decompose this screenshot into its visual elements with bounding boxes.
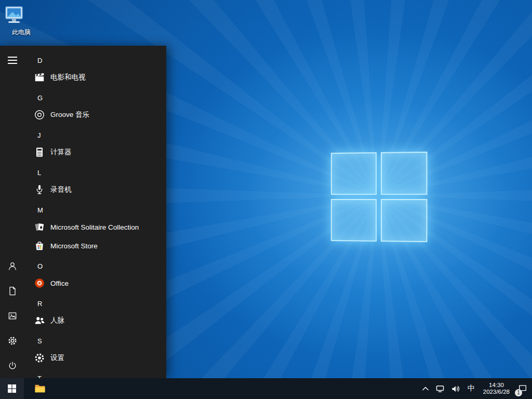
- file-explorer-button[interactable]: [28, 378, 52, 399]
- ime-indicator[interactable]: 中: [464, 378, 478, 399]
- logo-pane: [380, 152, 427, 195]
- section-letter-m[interactable]: M: [25, 202, 166, 218]
- app-label: Office: [50, 280, 69, 287]
- document-icon: [7, 286, 18, 296]
- gear-icon: [7, 336, 18, 346]
- app-label: Groove 音乐: [50, 110, 89, 119]
- section-letter-d[interactable]: D: [25, 52, 166, 68]
- desktop: 此电脑: [0, 0, 532, 399]
- settings-icon: [33, 352, 46, 364]
- app-label: Microsoft Store: [50, 242, 98, 250]
- section-letter-t[interactable]: T: [25, 370, 166, 378]
- section-letter-j[interactable]: J: [25, 127, 166, 143]
- user-icon: [7, 261, 18, 271]
- file-explorer-icon: [34, 384, 46, 393]
- app-item-settings[interactable]: 设置: [25, 349, 166, 367]
- calculator-icon: [33, 146, 46, 158]
- desktop-icon-label: 此电脑: [2, 28, 41, 37]
- logo-pane: [380, 199, 427, 242]
- action-center-button[interactable]: 1: [514, 378, 531, 399]
- app-item-voice-recorder[interactable]: 录音机: [25, 180, 166, 199]
- app-item-groove-music[interactable]: Groove 音乐: [25, 105, 166, 124]
- start-menu-app-list: D 电影和电视 G Groove 音乐 J 计算器: [25, 46, 166, 378]
- app-label: 录音机: [50, 185, 72, 194]
- chevron-up-icon: [422, 387, 429, 391]
- settings-button[interactable]: [0, 328, 25, 353]
- taskbar: 中 14:30 2023/6/28 1: [0, 378, 532, 399]
- store-icon: [33, 240, 46, 252]
- app-item-calculator[interactable]: 计算器: [25, 143, 166, 162]
- documents-button[interactable]: [0, 278, 25, 303]
- network-icon: [436, 384, 444, 393]
- ime-label: 中: [468, 384, 475, 393]
- office-icon: [33, 277, 46, 289]
- section-letter-s[interactable]: S: [25, 333, 166, 349]
- app-label: Microsoft Solitaire Collection: [50, 223, 139, 231]
- app-label: 电影和电视: [50, 73, 86, 82]
- app-item-office[interactable]: Office: [25, 274, 166, 292]
- hamburger-icon: [8, 57, 17, 64]
- start-menu: D 电影和电视 G Groove 音乐 J 计算器: [0, 46, 166, 378]
- app-item-microsoft-store[interactable]: Microsoft Store: [25, 236, 166, 255]
- power-button[interactable]: [0, 353, 25, 378]
- app-item-solitaire[interactable]: Microsoft Solitaire Collection: [25, 218, 166, 236]
- section-letter-o[interactable]: O: [25, 258, 166, 274]
- people-icon: [33, 314, 46, 327]
- system-tray: 中 14:30 2023/6/28 1: [419, 378, 532, 399]
- pictures-button[interactable]: [0, 303, 25, 328]
- logo-pane: [331, 199, 377, 242]
- logo-pane: [331, 152, 377, 195]
- app-label: 设置: [50, 353, 64, 363]
- app-item-movies-tv[interactable]: 电影和电视: [25, 68, 166, 87]
- taskbar-clock[interactable]: 14:30 2023/6/28: [478, 382, 514, 395]
- groove-music-icon: [33, 109, 46, 121]
- app-label: 人脉: [50, 316, 64, 325]
- movies-tv-icon: [33, 71, 46, 84]
- section-letter-g[interactable]: G: [25, 90, 166, 105]
- volume-button[interactable]: [448, 378, 464, 399]
- voice-recorder-icon: [33, 183, 46, 196]
- user-account-button[interactable]: [0, 254, 25, 278]
- power-icon: [7, 361, 18, 371]
- app-label: 计算器: [50, 148, 72, 157]
- section-letter-r[interactable]: R: [25, 296, 166, 311]
- start-menu-rail: [0, 46, 25, 378]
- clock-time: 14:30: [483, 382, 510, 389]
- clock-date: 2023/6/28: [483, 389, 510, 395]
- start-button[interactable]: [0, 378, 24, 399]
- network-button[interactable]: [432, 378, 448, 399]
- section-letter-l[interactable]: L: [25, 165, 166, 180]
- speaker-icon: [451, 385, 460, 393]
- expand-menu-button[interactable]: [0, 48, 25, 73]
- solitaire-icon: [33, 221, 46, 233]
- tray-overflow-button[interactable]: [419, 378, 432, 399]
- windows-logo-icon: [8, 384, 16, 393]
- app-item-people[interactable]: 人脉: [25, 311, 166, 330]
- wallpaper-windows-logo: [331, 152, 428, 242]
- pictures-icon: [7, 311, 18, 321]
- this-pc-icon: [2, 4, 41, 27]
- notification-badge: 1: [515, 389, 522, 396]
- desktop-icon-this-pc[interactable]: 此电脑: [2, 4, 41, 37]
